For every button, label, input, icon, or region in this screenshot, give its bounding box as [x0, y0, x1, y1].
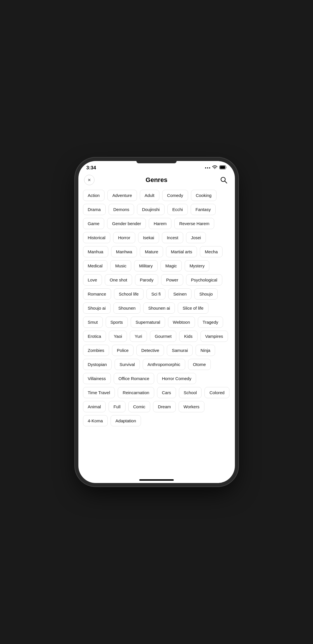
genre-tag[interactable]: Power: [161, 274, 183, 285]
genre-tag[interactable]: Doujinshi: [137, 204, 165, 215]
genre-tag[interactable]: Gourmet: [150, 331, 176, 342]
genre-tag[interactable]: Cars: [157, 387, 176, 398]
genre-tag[interactable]: Military: [134, 260, 158, 271]
genre-tag[interactable]: Vampires: [200, 331, 228, 342]
status-time: 3:34: [86, 165, 96, 171]
genre-tag[interactable]: Time Travel: [83, 387, 115, 398]
close-button[interactable]: ✕: [84, 175, 94, 185]
genre-tag[interactable]: Erotica: [83, 331, 106, 342]
genre-tag[interactable]: Manhua: [83, 246, 108, 257]
genre-tag[interactable]: Psychological: [186, 274, 222, 285]
genre-tag[interactable]: Isekai: [138, 232, 159, 243]
genre-tag[interactable]: Ecchi: [167, 204, 188, 215]
genre-tag[interactable]: Adaptation: [111, 415, 141, 426]
genre-tag[interactable]: Shoujo: [194, 288, 218, 300]
genre-tag[interactable]: Dystopian: [83, 359, 112, 370]
home-indicator: [139, 479, 174, 481]
genre-tag[interactable]: Smut: [83, 317, 103, 328]
genre-tag[interactable]: Colored: [204, 387, 229, 398]
genre-tag[interactable]: Music: [110, 260, 131, 271]
genre-tag[interactable]: Office Romance: [114, 373, 154, 384]
genre-tag[interactable]: Sci fi: [146, 288, 166, 300]
genre-tag[interactable]: Detective: [136, 345, 164, 356]
genre-tag[interactable]: Zombies: [83, 345, 109, 356]
genre-tag[interactable]: Drama: [83, 204, 106, 215]
svg-line-3: [225, 181, 227, 183]
svg-rect-1: [220, 166, 225, 169]
genre-tag[interactable]: Historical: [83, 232, 111, 243]
genre-tag[interactable]: Fantasy: [191, 204, 216, 215]
genre-tag[interactable]: Police: [112, 345, 134, 356]
genre-tag[interactable]: Yuri: [130, 331, 147, 342]
genre-tag[interactable]: Gender bender: [107, 218, 146, 229]
genre-tag[interactable]: Magic: [161, 260, 182, 271]
genre-tag[interactable]: Comedy: [162, 190, 188, 201]
genre-tag[interactable]: Incest: [162, 232, 183, 243]
genre-tag[interactable]: Mystery: [185, 260, 210, 271]
search-icon: [220, 176, 227, 184]
genre-tag[interactable]: Manhwa: [111, 246, 137, 257]
phone-frame: 3:34: [78, 161, 235, 483]
genre-tag[interactable]: Yaoi: [109, 331, 127, 342]
signal-icon: [205, 167, 210, 168]
genre-tag[interactable]: Villainess: [83, 373, 111, 384]
page-title: Genres: [146, 176, 167, 184]
genre-tag[interactable]: Full: [109, 401, 125, 412]
genre-tag[interactable]: Adult: [140, 190, 159, 201]
genre-tag[interactable]: 4-Koma: [83, 415, 108, 426]
genre-tag[interactable]: Horror Comedy: [157, 373, 196, 384]
genre-tag[interactable]: Animal: [83, 401, 106, 412]
genre-tag[interactable]: Ninja: [196, 345, 215, 356]
genre-tag[interactable]: School life: [114, 288, 144, 300]
wifi-icon: [212, 165, 218, 171]
header: ✕ Genres: [78, 173, 235, 189]
genre-tag[interactable]: Reverse Harem: [174, 218, 214, 229]
genre-tag[interactable]: Mecha: [200, 246, 223, 257]
genre-tag[interactable]: Kids: [179, 331, 197, 342]
genre-tag[interactable]: Anthropomorphic: [143, 359, 185, 370]
genre-tag[interactable]: Medical: [83, 260, 108, 271]
genre-tag[interactable]: Horror: [113, 232, 135, 243]
genre-tag[interactable]: Seinen: [168, 288, 192, 300]
genre-tag[interactable]: Tragedy: [198, 317, 223, 328]
genre-tag[interactable]: Sports: [106, 317, 128, 328]
search-button[interactable]: [219, 175, 229, 185]
genre-tag[interactable]: Comic: [128, 401, 150, 412]
genre-tag[interactable]: Samurai: [167, 345, 193, 356]
genre-tag[interactable]: Romance: [83, 288, 111, 300]
genre-tag[interactable]: One shot: [105, 274, 132, 285]
genre-tag[interactable]: Harem: [149, 218, 171, 229]
genre-tag[interactable]: Webtoon: [168, 317, 195, 328]
genre-tag[interactable]: Adventure: [107, 190, 137, 201]
genre-tag[interactable]: Otome: [188, 359, 211, 370]
genre-tag[interactable]: Josei: [186, 232, 206, 243]
genre-tag[interactable]: Demons: [109, 204, 134, 215]
genre-tag[interactable]: Shoujo ai: [83, 302, 111, 314]
genre-tag[interactable]: Dream: [153, 401, 176, 412]
close-icon: ✕: [88, 178, 91, 182]
genre-tag[interactable]: Slice of life: [178, 302, 208, 314]
genre-tag[interactable]: Workers: [179, 401, 204, 412]
genre-tag[interactable]: Survival: [115, 359, 140, 370]
genre-tag[interactable]: Shounen ai: [143, 302, 175, 314]
genre-tag[interactable]: School: [179, 387, 202, 398]
genre-tag[interactable]: Reincarnation: [118, 387, 154, 398]
battery-icon: [219, 165, 227, 170]
genre-tag[interactable]: Cooking: [191, 190, 217, 201]
genre-tag[interactable]: Shounen: [113, 302, 140, 314]
genre-tag[interactable]: Supernatural: [131, 317, 165, 328]
genres-container: ActionAdventureAdultComedyCookingDramaDe…: [78, 189, 235, 473]
status-bar: 3:34: [78, 161, 235, 173]
genre-tag[interactable]: Love: [83, 274, 102, 285]
status-icons: [205, 165, 227, 171]
genre-tag[interactable]: Action: [83, 190, 105, 201]
genre-tag[interactable]: Mature: [140, 246, 163, 257]
genre-tag[interactable]: Martial arts: [166, 246, 197, 257]
genre-tag[interactable]: Parody: [135, 274, 159, 285]
genre-tag[interactable]: Game: [83, 218, 105, 229]
